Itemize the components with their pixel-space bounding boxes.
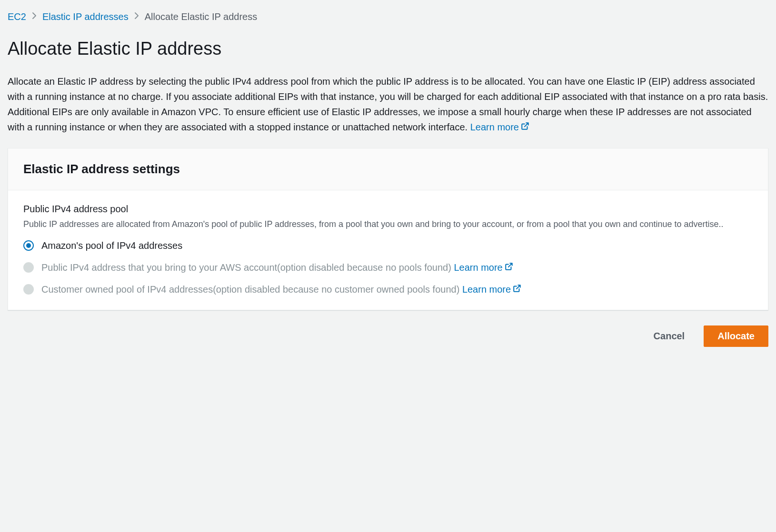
radio-label: Public IPv4 address that you bring to yo… [41,260,513,275]
pool-radio-group: Amazon's pool of IPv4 addresses Public I… [23,238,753,296]
page-description-text: Allocate an Elastic IP address by select… [8,76,768,132]
breadcrumb-link-elastic-ip[interactable]: Elastic IP addresses [42,10,129,24]
chevron-right-icon [32,10,37,23]
radio-option-customer-owned-pool: Customer owned pool of IPv4 addresses(op… [23,282,753,296]
breadcrumb-link-ec2[interactable]: EC2 [8,10,26,24]
panel-header: Elastic IP address settings [8,148,768,190]
pool-field-description: Public IP addresses are allocated from A… [23,218,753,231]
settings-panel: Elastic IP address settings Public IPv4 … [8,148,768,310]
learn-more-link[interactable]: Learn more [462,282,521,296]
radio-option-byoip-pool: Public IPv4 address that you bring to yo… [23,260,753,275]
radio-label: Customer owned pool of IPv4 addresses(op… [41,282,521,296]
panel-title: Elastic IP address settings [23,160,753,178]
radio-button [23,284,34,295]
chevron-right-icon [134,10,139,23]
external-link-icon [505,260,513,275]
page-title: Allocate Elastic IP address [8,35,768,62]
allocate-button[interactable]: Allocate [704,325,768,347]
page-description: Allocate an Elastic IP address by select… [8,74,768,135]
radio-button[interactable] [23,240,34,251]
breadcrumb: EC2 Elastic IP addresses Allocate Elasti… [8,10,768,24]
external-link-icon [513,282,521,296]
learn-more-link[interactable]: Learn more [470,119,529,135]
radio-button [23,262,34,273]
external-link-icon [521,119,529,135]
radio-option-amazon-pool[interactable]: Amazon's pool of IPv4 addresses [23,238,753,253]
pool-field-label: Public IPv4 address pool [23,202,753,216]
learn-more-link[interactable]: Learn more [454,260,513,275]
radio-label: Amazon's pool of IPv4 addresses [41,238,182,253]
form-actions: Cancel Allocate [8,324,768,349]
breadcrumb-current: Allocate Elastic IP address [145,10,257,24]
panel-body: Public IPv4 address pool Public IP addre… [8,190,768,310]
cancel-button[interactable]: Cancel [640,325,698,347]
